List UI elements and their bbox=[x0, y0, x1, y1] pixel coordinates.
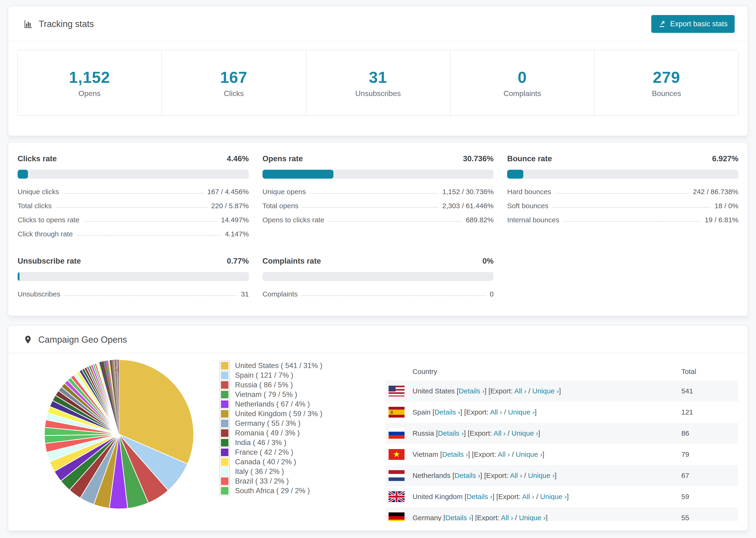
detail-label: Opens to clicks rate bbox=[262, 216, 324, 224]
total-column-header: Total bbox=[681, 368, 732, 376]
legend-item-canada: Canada ( 40 / 2% ) bbox=[220, 457, 322, 467]
country-total: 121 bbox=[681, 408, 732, 416]
stat-unsubscribes: 31 Unsubscribes bbox=[306, 50, 450, 116]
flag-es-icon bbox=[389, 407, 405, 418]
legend-swatch bbox=[220, 447, 230, 457]
rate-progress-track bbox=[18, 170, 249, 179]
rate-detail-row: Unique opens 1,152 / 30.736% bbox=[262, 185, 494, 199]
detail-value: 4.147% bbox=[225, 230, 249, 238]
export-all-link[interactable]: All › bbox=[522, 493, 534, 501]
rate-value: 6.927% bbox=[712, 154, 738, 163]
detail-value: 689.82% bbox=[466, 216, 494, 224]
rate-progress-fill bbox=[507, 170, 523, 179]
rate-detail-row: Clicks to opens rate 14.497% bbox=[18, 213, 249, 227]
legend-swatch bbox=[220, 476, 230, 486]
export-unique-link[interactable]: Unique › bbox=[516, 451, 542, 458]
stats-summary-row: 1,152 Opens167 Clicks31 Unsubscribes0 Co… bbox=[17, 50, 739, 116]
export-all-link[interactable]: All › bbox=[490, 408, 502, 416]
country-cell: Germany [Details ›] [Export: All › / Uni… bbox=[412, 514, 681, 521]
geo-table-row-gb: United Kingdom [Details ›] [Export: All … bbox=[386, 486, 738, 507]
legend-item-spain: Spain ( 121 / 7% ) bbox=[220, 370, 322, 380]
flag-ru-icon bbox=[389, 428, 405, 439]
detail-value: 1,152 / 30.736% bbox=[442, 188, 494, 196]
geo-table-row-de: Germany [Details ›] [Export: All › / Uni… bbox=[386, 507, 738, 521]
rate-detail-row: Click through rate 4.147% bbox=[18, 227, 249, 241]
export-all-link[interactable]: All › bbox=[498, 451, 510, 458]
country-cell: Spain [Details ›] [Export: All › / Uniqu… bbox=[412, 408, 681, 416]
detail-value: 0 bbox=[490, 290, 494, 298]
details-link[interactable]: Details › bbox=[442, 451, 468, 458]
legend-item-united-states: United States ( 541 / 31% ) bbox=[220, 361, 322, 370]
rate-block-clicks-rate: Clicks rate 4.46%Unique clicks 167 / 4.4… bbox=[18, 154, 249, 241]
stat-label: Unsubscribes bbox=[355, 89, 401, 98]
export-all-link[interactable]: All › bbox=[514, 387, 527, 395]
legend-item-germany: Germany ( 55 / 3% ) bbox=[220, 418, 322, 428]
flag-gb-icon bbox=[389, 491, 405, 502]
dotted-leader bbox=[328, 221, 461, 222]
rate-value: 0.77% bbox=[227, 256, 249, 265]
dotted-leader bbox=[77, 235, 221, 236]
export-all-link[interactable]: All › bbox=[494, 429, 506, 437]
details-link[interactable]: Details › bbox=[454, 471, 480, 479]
rate-progress-track bbox=[262, 170, 494, 179]
legend-swatch bbox=[220, 389, 230, 400]
legend-swatch bbox=[220, 418, 230, 429]
legend-swatch bbox=[220, 380, 230, 390]
details-link[interactable]: Details › bbox=[438, 429, 464, 437]
export-unique-link[interactable]: Unique › bbox=[519, 514, 546, 521]
export-unique-link[interactable]: Unique › bbox=[540, 493, 567, 501]
rate-block-complaints-rate: Complaints rate 0%Complaints 0 bbox=[262, 256, 494, 301]
rate-progress-fill bbox=[18, 272, 20, 281]
export-all-link[interactable]: All › bbox=[501, 514, 513, 521]
detail-value: 2,303 / 61.446% bbox=[442, 202, 494, 210]
flag-us-icon bbox=[389, 386, 405, 397]
rate-block-opens-rate: Opens rate 30.736%Unique opens 1,152 / 3… bbox=[262, 154, 494, 227]
stat-label: Opens bbox=[79, 89, 100, 98]
dotted-leader bbox=[553, 207, 710, 208]
rate-block-unsubscribe-rate: Unsubscribe rate 0.77%Unsubscribes 31 bbox=[18, 256, 249, 301]
rates-card: Clicks rate 4.46%Unique clicks 167 / 4.4… bbox=[8, 142, 748, 316]
rate-progress-fill bbox=[18, 170, 28, 179]
rate-progress-track bbox=[507, 170, 738, 179]
export-unique-link[interactable]: Unique › bbox=[528, 471, 555, 479]
legend-item-south-africa: South Africa ( 29 / 2% ) bbox=[220, 486, 322, 496]
rate-detail-row: Internal bounces 19 / 6.81% bbox=[507, 213, 738, 227]
detail-value: 220 / 5.87% bbox=[211, 202, 249, 210]
detail-label: Unsubscribes bbox=[18, 290, 60, 298]
stat-value: 1,152 bbox=[69, 68, 110, 86]
legend-swatch bbox=[220, 486, 230, 496]
legend-swatch bbox=[220, 370, 230, 381]
country-total: 86 bbox=[681, 429, 732, 437]
details-link[interactable]: Details › bbox=[459, 387, 485, 395]
stat-complaints: 0 Complaints bbox=[450, 50, 594, 116]
dotted-leader bbox=[65, 295, 237, 296]
legend-item-russia: Russia ( 86 / 5% ) bbox=[220, 380, 322, 390]
rate-detail-row: Unique clicks 167 / 4.456% bbox=[18, 185, 249, 199]
legend-item-brazil: Brazil ( 33 / 2% ) bbox=[220, 476, 322, 486]
export-unique-link[interactable]: Unique › bbox=[532, 387, 559, 395]
legend-swatch bbox=[220, 457, 230, 467]
pie-svg bbox=[41, 357, 196, 512]
details-link[interactable]: Details › bbox=[434, 408, 460, 416]
details-link[interactable]: Details › bbox=[445, 514, 471, 521]
geo-table-row-vn: Vietnam [Details ›] [Export: All › / Uni… bbox=[386, 444, 738, 465]
tracking-stats-title: Tracking stats bbox=[39, 19, 94, 29]
stat-value: 31 bbox=[369, 68, 387, 86]
country-total: 55 bbox=[681, 514, 732, 521]
export-all-link[interactable]: All › bbox=[510, 471, 522, 479]
detail-label: Unique opens bbox=[262, 188, 306, 196]
geo-pie-legend: United States ( 541 / 31% )Spain ( 121 /… bbox=[220, 361, 322, 496]
details-link[interactable]: Details › bbox=[466, 493, 492, 501]
detail-value: 31 bbox=[241, 290, 249, 298]
rate-progress-fill bbox=[262, 170, 334, 179]
rate-value: 0% bbox=[482, 256, 494, 265]
export-basic-stats-button[interactable]: Export basic stats bbox=[651, 15, 735, 33]
country-total: 59 bbox=[681, 493, 732, 501]
detail-value: 14.497% bbox=[221, 216, 249, 224]
legend-label: Romania ( 49 / 3% ) bbox=[235, 429, 300, 437]
export-unique-link[interactable]: Unique › bbox=[512, 429, 538, 437]
legend-label: Russia ( 86 / 5% ) bbox=[235, 381, 293, 389]
export-unique-link[interactable]: Unique › bbox=[508, 408, 535, 416]
geo-opens-header: Campaign Geo Opens bbox=[23, 335, 127, 345]
legend-item-france: France ( 42 / 2% ) bbox=[220, 447, 322, 457]
